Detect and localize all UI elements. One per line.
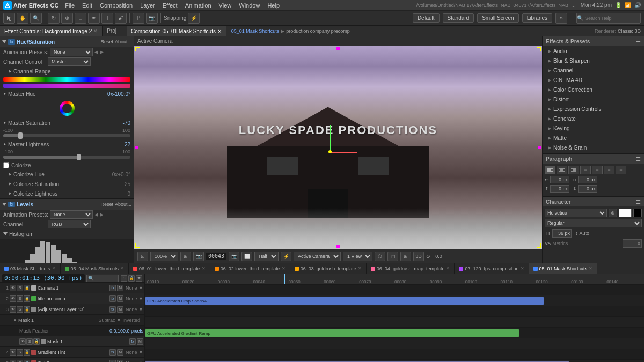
layer-fx-4[interactable]: fx [109, 349, 116, 356]
tl-layer-0[interactable]: 1 👁 S 🔒 Camera 1 fx M None ▼ [0, 283, 144, 293]
tl-layer-3[interactable]: 👁 S 🔒 Mask 1 fx M [0, 336, 144, 347]
master-sat-track[interactable] [3, 134, 130, 137]
viewer-show-channel-btn[interactable]: ⬜ [241, 252, 252, 261]
master-sat-thumb[interactable] [18, 132, 23, 139]
effect-hs-presets-select[interactable]: None [50, 48, 93, 56]
layer-fx-2[interactable]: fx [109, 306, 116, 313]
menu-composition[interactable]: Composition [97, 2, 136, 9]
tl-lock-btn[interactable]: 🔒 [128, 275, 135, 282]
viewer-snapshot-btn[interactable]: 📷 [229, 252, 239, 261]
tl-tab-close-3[interactable]: ✕ [282, 266, 286, 271]
layer-lock-1[interactable]: 🔒 [24, 295, 30, 302]
char-tracking-input[interactable] [623, 239, 642, 248]
para-indent-left-input[interactable] [550, 176, 569, 183]
effect-hs-channel-select[interactable]: Master [48, 57, 91, 66]
layer-motion-5[interactable]: M [117, 360, 123, 363]
tab-effect-controls[interactable]: Effect Controls: Background Image 2 ✕ [0, 26, 103, 36]
tab-project[interactable]: Proj [103, 26, 121, 36]
menu-window[interactable]: Window [236, 2, 263, 9]
master-light-thumb[interactable] [77, 154, 81, 160]
layer-eye-4[interactable]: 👁 [10, 349, 16, 356]
tl-layer-5[interactable]: 5 👁 S 🔒 Grit 3 fx M None ▼ [0, 358, 144, 362]
layer-motion-1[interactable]: M [117, 295, 123, 302]
hue-wheel[interactable] [60, 101, 75, 116]
effects-list-item[interactable]: ▶Audio [543, 46, 644, 56]
snapping-toggle[interactable]: ⚡ [188, 13, 200, 24]
viewer-views-select[interactable]: 1 View [343, 252, 372, 261]
layer-solo-3[interactable]: S [26, 338, 33, 345]
viewer-grid-btn[interactable]: ⊞ [180, 252, 191, 261]
layer-eye-5[interactable]: 👁 [10, 360, 16, 363]
para-space-after-input[interactable] [578, 185, 597, 193]
tl-tab-close-6[interactable]: ✕ [521, 266, 524, 271]
layer-fx-0[interactable]: fx [109, 285, 116, 291]
renderer-value[interactable]: Classic 3D [618, 28, 641, 34]
tab-effect-controls-close[interactable]: ✕ [93, 28, 98, 34]
tl-tab-4[interactable]: 06_03_goldrush_template ✕ [290, 263, 367, 274]
effect-levels-reset[interactable]: Reset [100, 202, 113, 207]
tl-solo-btn[interactable]: S [121, 275, 127, 282]
tab-composition[interactable]: Composition 05_01 Mask Shortcuts ✕ [127, 26, 226, 36]
tl-layer-4[interactable]: 4 👁 S 🔒 Gradient Tint fx M None ▼ [0, 347, 144, 358]
layer-motion-3[interactable]: M [137, 338, 143, 345]
tool-text[interactable]: T [101, 13, 113, 24]
colorize-sat-expand[interactable] [9, 183, 11, 186]
viewer-fast-preview-btn[interactable]: ⚡ [281, 252, 291, 261]
tl-tab-1[interactable]: 05_04 Mask Shortcuts ✕ [61, 263, 129, 274]
workspace-libraries[interactable]: Libraries [522, 13, 552, 23]
layer-motion-4[interactable]: M [117, 349, 123, 356]
layer-lock-4[interactable]: 🔒 [24, 349, 30, 356]
menu-view[interactable]: View [216, 2, 235, 9]
effect-hs-reset[interactable]: Reset [100, 39, 113, 45]
tl-tab-0[interactable]: 03 Mask Shortcuts ✕ [0, 263, 61, 274]
menu-effect[interactable]: Effect [159, 2, 181, 9]
para-indent-right-input[interactable] [578, 176, 597, 183]
viewer-resolution-select[interactable]: Half [254, 252, 279, 261]
effect-hs-channel-range-expand[interactable] [9, 70, 11, 73]
layer-eye-1[interactable]: 👁 [10, 295, 16, 302]
effect-hs-presets-prev[interactable]: ◀ [94, 49, 98, 55]
layer-fx-3[interactable]: fx [129, 338, 136, 345]
layer-motion-0[interactable]: M [117, 285, 123, 291]
tool-pen[interactable]: ✒ [88, 13, 100, 24]
tl-tab-3[interactable]: 06_02 lower_third_template ✕ [210, 263, 290, 274]
effects-list-item[interactable]: ▶Blur & Sharpen [543, 56, 644, 65]
char-fill-color[interactable] [619, 209, 632, 217]
tl-clip-0[interactable]: GPU Accelerated Drop Shadow [145, 297, 544, 305]
menu-animation[interactable]: Animation [182, 2, 215, 9]
tl-tab-5[interactable]: 06_04_goldrush_map_template ✕ [367, 263, 455, 274]
tool-zoom[interactable]: 🔍 [30, 13, 42, 24]
tool-select[interactable] [3, 13, 15, 24]
viewer-region-btn[interactable]: ◻ [387, 252, 398, 261]
effect-levels-expand[interactable] [2, 203, 6, 206]
tl-tab-close-0[interactable]: ✕ [52, 266, 56, 271]
layer-fx-1[interactable]: fx [109, 295, 116, 302]
colorize-checkbox[interactable] [3, 162, 9, 168]
layer-eye-3[interactable]: 👁 [19, 338, 26, 345]
workspace-default[interactable]: Default [413, 13, 440, 23]
effect-hs-expand[interactable] [2, 40, 6, 43]
colorize-sat-value[interactable]: 25 [125, 181, 130, 187]
effects-list-item[interactable]: ▶Obsolete [543, 152, 644, 153]
layer-motion-2[interactable]: M [117, 306, 123, 313]
effect-levels-presets-prev[interactable]: ◀ [94, 212, 98, 217]
effects-list-item[interactable]: ▶CINEMA 4D [543, 75, 644, 85]
para-justify-all-btn[interactable]: ≡ [616, 166, 626, 174]
workspace-standard[interactable]: Standard [443, 13, 474, 23]
effect-hs-ml-value[interactable]: 22 [125, 142, 130, 147]
effects-list-item[interactable]: ▶Distort [543, 94, 644, 104]
menu-file[interactable]: File [62, 2, 78, 9]
tl-tab-close-2[interactable]: ✕ [202, 266, 206, 271]
effect-levels-hist-expand[interactable] [3, 232, 8, 235]
para-justify-center-btn[interactable]: ≡ [592, 166, 603, 174]
tool-hand[interactable]: ✋ [17, 13, 28, 24]
tool-paint[interactable]: 🖌 [115, 13, 127, 24]
effect-levels-about[interactable]: About... [115, 202, 131, 207]
viewer-exposure-value[interactable]: +0.0 [433, 254, 442, 259]
char-stroke-color[interactable] [633, 209, 642, 217]
effects-list-item[interactable]: ▶Channel [543, 65, 644, 75]
tl-layer-2[interactable]: 3 👁 S 🔒 [Adjustment Layer 13] fx M None … [0, 304, 144, 315]
layer-fx-5[interactable]: fx [109, 360, 116, 363]
menu-help[interactable]: Help [264, 2, 283, 9]
layer-eye-2[interactable]: 👁 [10, 306, 16, 313]
